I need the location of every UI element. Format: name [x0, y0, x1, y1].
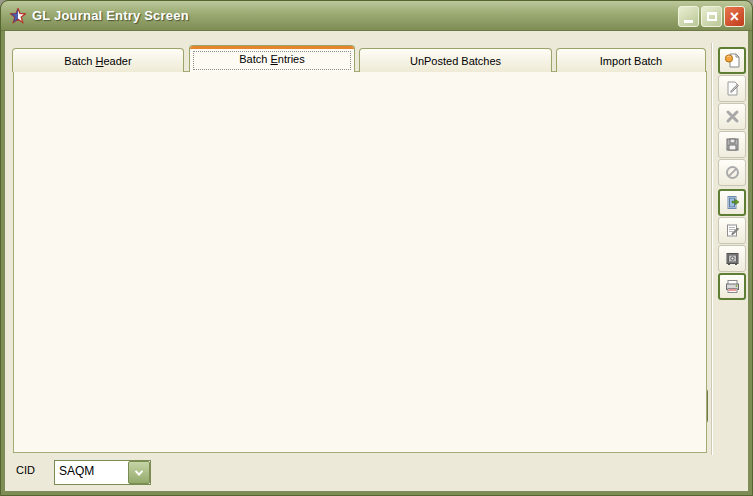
exit-icon: [724, 194, 741, 211]
printer-icon: [724, 278, 741, 295]
notes-button[interactable]: [718, 217, 746, 244]
new-entry-icon: [724, 52, 741, 69]
delete-button[interactable]: [718, 103, 746, 130]
tab-focus-outline: [193, 51, 351, 70]
maximize-icon: [707, 12, 717, 21]
app-window: GL Journal Entry Screen × Batch Header B…: [0, 0, 753, 496]
tab-content-panel: [13, 71, 707, 453]
cancel-icon: [724, 164, 741, 181]
exit-button[interactable]: [718, 189, 746, 216]
delete-icon: [724, 108, 741, 125]
notepad-icon: [724, 222, 741, 239]
minimize-icon: [684, 20, 693, 23]
cid-dropdown-button[interactable]: [128, 461, 150, 484]
save-icon: [724, 136, 741, 153]
selected-tab-accent: [190, 46, 354, 49]
cid-value: SAQM: [55, 461, 128, 484]
tab-unposted-batches[interactable]: UnPosted Batches: [359, 48, 552, 72]
print-button[interactable]: [718, 273, 746, 300]
app-star-icon: [10, 8, 26, 24]
chevron-down-icon: [135, 467, 143, 475]
new-entry-button[interactable]: [718, 47, 746, 74]
safe-button[interactable]: [718, 245, 746, 272]
window-title: GL Journal Entry Screen: [32, 8, 189, 23]
maximize-button[interactable]: [701, 6, 722, 27]
tab-batch-entries[interactable]: Batch Entries: [189, 45, 355, 72]
edit-icon: [724, 80, 741, 97]
minimize-button[interactable]: [678, 6, 699, 27]
cid-dropdown[interactable]: SAQM: [54, 460, 151, 485]
tab-batch-header[interactable]: Batch Header: [12, 48, 184, 72]
tab-import-batch[interactable]: Import Batch: [556, 48, 706, 72]
edit-button[interactable]: [718, 75, 746, 102]
cid-label: CID: [16, 464, 35, 476]
close-icon: ×: [730, 9, 739, 25]
safe-icon: [724, 250, 741, 267]
cancel-button[interactable]: [718, 159, 746, 186]
save-button[interactable]: [718, 131, 746, 158]
titlebar: GL Journal Entry Screen ×: [1, 1, 752, 31]
close-button[interactable]: ×: [724, 6, 745, 27]
toolbar-separator-highlight: [712, 43, 713, 455]
